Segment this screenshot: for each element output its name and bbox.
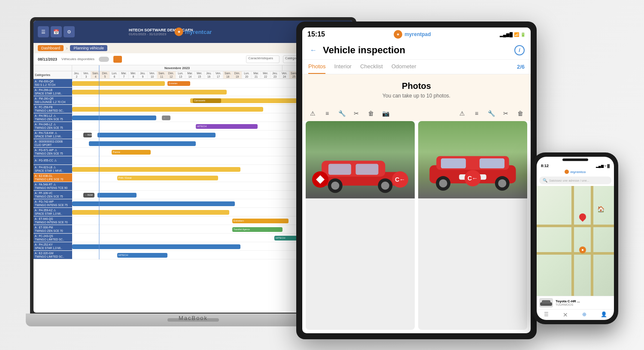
car-side-svg <box>306 137 415 198</box>
day-sun-19: Dim.19 <box>233 71 242 79</box>
bar-2 <box>72 90 227 94</box>
map-pin: ● <box>579 247 586 253</box>
info-button[interactable]: i <box>514 45 525 55</box>
day-tue-21: Mar.21 <box>252 71 261 79</box>
bar-4 <box>72 107 263 112</box>
bar-14 <box>97 193 137 198</box>
tab-checklist[interactable]: Checklist <box>360 60 383 74</box>
phone-nav-user[interactable]: 👤 <box>601 311 607 318</box>
laptop-label: MacBook <box>179 315 208 321</box>
tab-interior[interactable]: Interior <box>334 60 351 74</box>
row-8-label: A : 0000000002-DD0BCLIO SPORT <box>33 139 72 147</box>
back-button[interactable]: ← <box>308 45 319 55</box>
tools-right: ⚠ ≡ 🔧 ✂ 🗑 <box>456 107 526 119</box>
day-mon-13: Lun.13 <box>176 71 185 79</box>
day-thu-23: Jeu.23 <box>270 71 280 79</box>
tablet-logo-area: ★ myrentpad <box>394 30 431 39</box>
day-sat-11: Sam.11 <box>157 71 167 79</box>
toggle-switch[interactable] <box>99 57 109 62</box>
bar-17: Entretien <box>232 219 289 223</box>
tool-brush[interactable]: 🔧 <box>336 107 348 119</box>
photo-card-1[interactable]: C← <box>306 121 415 330</box>
menu-icon[interactable]: ☰ <box>38 26 49 37</box>
filter-date: 08/11/2023 <box>38 57 57 61</box>
logo-text: myrentcar <box>185 29 212 35</box>
phone-map: 🏠 ● <box>537 186 614 296</box>
bar-5-arrow: → <box>162 116 170 120</box>
breadcrumb-dashboard[interactable]: Dashboard <box>38 45 64 51</box>
tablet-screen: 15:15 ★ myrentpad ▂▄▆█ 📶 🔋 ← Vehicle ins… <box>302 27 531 333</box>
map-road-h2 <box>537 252 614 255</box>
row-2-label: A : FH-296-LBSPACE STAR 1,0 MI.. <box>33 88 72 96</box>
phone-bottom-nav: ☰ ✕ ⊕ 👤 <box>537 309 614 320</box>
car-name: Toyota C-HR ... <box>556 299 580 303</box>
car-logo-left <box>312 171 328 188</box>
row-7-label: A : FH-718-KW ⚠SPACE STAR 1,0 MI.. <box>33 131 72 139</box>
settings-icon[interactable]: ⚙ <box>64 26 75 37</box>
car-details: Toyota C-HR ... TOURMOOS <box>556 299 580 306</box>
svg-rect-2 <box>328 164 351 175</box>
tab-photos[interactable]: Photos <box>308 60 325 74</box>
tool-delete-2[interactable]: 🗑 <box>514 107 526 119</box>
row-4-label: A : FC-258-FBTWINGO LIMITED SC.. <box>33 105 72 113</box>
photos-subtitle: You can take up to 10 photos. <box>309 93 524 99</box>
car-front-svg <box>418 137 527 198</box>
svg-rect-10 <box>441 158 466 168</box>
phone-nav-map[interactable]: ✕ <box>563 311 568 318</box>
car-thumb-svg <box>539 298 553 307</box>
day-fri-24: Ven.24 <box>280 71 289 79</box>
car-front-logo: C← <box>465 170 481 186</box>
vehicles-toggle-label: Véhicules disponibles <box>61 57 94 61</box>
filter-box[interactable] <box>113 56 122 63</box>
tool-delete[interactable]: 🗑 <box>365 107 377 119</box>
photos-title: Photos <box>309 81 524 91</box>
phone-time: 8:12 <box>541 164 549 168</box>
row-10-label: A : FG-955-CC ⚠ <box>33 156 72 164</box>
tool-list[interactable]: ≡ <box>321 107 333 119</box>
tablet-status-bar: 15:15 ★ myrentpad ▂▄▆█ 📶 🔋 <box>302 27 531 41</box>
signal-bars: ▂▄▆█ <box>500 32 513 37</box>
breadcrumb-planning[interactable]: Planning véhicule <box>70 45 107 51</box>
photo-card-2[interactable]: C← <box>418 121 527 330</box>
bar-3-tag: Carrosserie <box>193 98 221 103</box>
bar-16 <box>72 210 229 215</box>
categories-header: Catégories <box>33 71 72 79</box>
phone-frame: 8:12 ▂▄▆ ▿ ▓ myrentco 🔍 Saisissez une ad… <box>532 152 618 324</box>
row-3-label: A : FM-260-QR500 LOUNGE 1,2 70 CH <box>33 96 72 104</box>
phone: 8:12 ▂▄▆ ▿ ▓ myrentco 🔍 Saisissez une ad… <box>532 152 618 324</box>
row-13-label: A : FA-548-RT ⚠TWINGO INTENS TCE 90 <box>33 182 72 190</box>
tablet-signals: ▂▄▆█ 📶 🔋 <box>500 32 526 37</box>
phone-car-info: Toyota C-HR ... TOURMOOS <box>537 296 614 309</box>
tab-odometer[interactable]: Odometer <box>392 60 416 74</box>
row-11-label: A : FH-823-LB ⚠SPACE STAR 1 MIVE.. <box>33 165 72 173</box>
bar-7-arrow: → REMI <box>83 133 92 137</box>
day-sat-18: Sam.18 <box>223 71 233 79</box>
photo-1-image: C← <box>306 121 415 198</box>
svg-rect-11 <box>480 158 504 168</box>
tool-list-2[interactable]: ≡ <box>471 107 483 119</box>
calendar-icon[interactable]: 📅 <box>51 26 62 37</box>
phone-battery: ▓ <box>607 164 610 168</box>
map-marker <box>578 212 588 222</box>
day-tue-7: Mar.7 <box>119 71 129 79</box>
car-sub: TOURMOOS <box>556 303 580 306</box>
phone-nav-menu[interactable]: ☰ <box>544 311 549 318</box>
row-9-label: A : FG-671-WP ⚠TWINGO ZEN SCE 75 <box>33 148 72 156</box>
tool-warning-2[interactable]: ⚠ <box>456 107 468 119</box>
tool-warning[interactable]: ⚠ <box>307 107 319 119</box>
tool-crop-2[interactable]: ✂ <box>500 107 512 119</box>
tool-camera[interactable]: 📷 <box>380 107 392 119</box>
caracteristiques-dropdown[interactable]: Caractéristiques <box>246 55 279 63</box>
row-6-label: A : FH-046-LZ ⚠TWINGO ZEN SCE 75 <box>33 122 72 130</box>
bar-14-arrow: → REMI <box>83 193 94 198</box>
tool-brush-2[interactable]: 🔧 <box>485 107 497 119</box>
row-20-label: A : FH-252-KYSPACE STAR 1,0 MI.. <box>33 242 72 250</box>
tool-crop[interactable]: ✂ <box>350 107 362 119</box>
phone-search-bar[interactable]: 🔍 Saisissez une adresse / une... <box>539 177 611 184</box>
app-header-icons: ☰ 📅 ⚙ <box>38 26 75 37</box>
today-line <box>99 65 100 259</box>
phone-wifi: ▿ <box>605 164 606 168</box>
day-fri-17: Ven.17 <box>214 71 223 79</box>
phone-logo-dot <box>565 170 569 174</box>
phone-nav-location[interactable]: ⊕ <box>582 311 586 318</box>
